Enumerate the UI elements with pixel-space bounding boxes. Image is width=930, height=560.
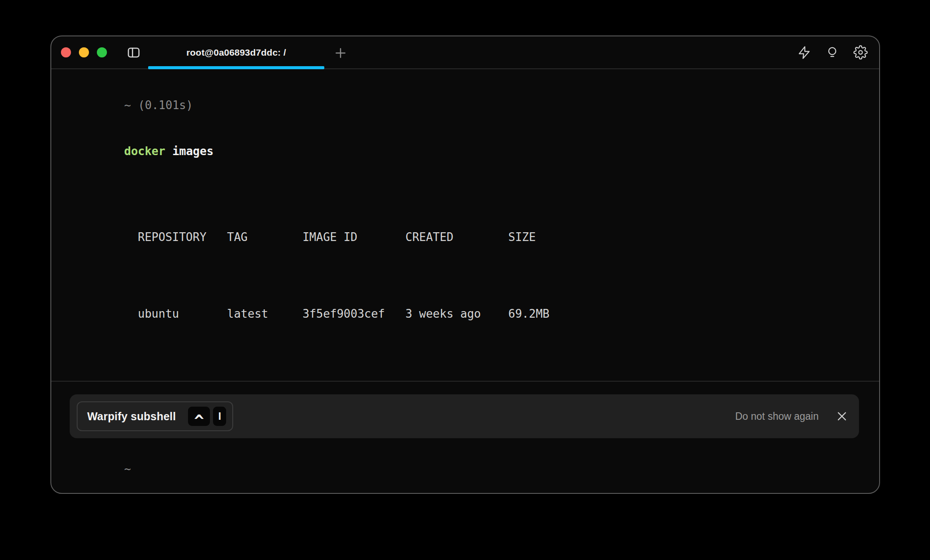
settings-button[interactable]: [853, 45, 868, 60]
header-image-id: IMAGE ID: [302, 230, 405, 245]
sidebar-toggle-button[interactable]: [127, 46, 141, 60]
terminal-window: root@0a06893d7ddc: /: [50, 35, 880, 494]
do-not-show-again-button[interactable]: Do not show again: [735, 411, 819, 422]
command-line-2: dockerrun -it ubuntu:latest/bin/bash: [69, 492, 866, 494]
header-repository: REPOSITORY: [138, 230, 227, 245]
command-block-1: ~(0.101s) dockerimages REPOSITORYTAGIMAG…: [51, 69, 879, 368]
quick-actions-button[interactable]: [797, 45, 812, 60]
block-divider: [51, 381, 879, 382]
banner-close-button[interactable]: [835, 410, 848, 423]
shortcut-keys: ^ I: [188, 407, 226, 426]
tips-button[interactable]: [825, 45, 840, 60]
cell-size: 69.2MB: [508, 306, 550, 322]
lightbulb-icon: [825, 46, 839, 60]
plus-icon: [334, 46, 347, 60]
minimize-window-button[interactable]: [79, 47, 89, 57]
zoom-window-button[interactable]: [97, 47, 107, 57]
gear-icon: [853, 45, 868, 60]
warpify-subshell-button[interactable]: Warpify subshell ^ I: [77, 401, 233, 431]
traffic-lights: [51, 47, 107, 57]
prompt-line-2: ~: [69, 446, 866, 492]
docker-images-table: REPOSITORYTAGIMAGE IDCREATEDSIZE ubuntul…: [69, 184, 866, 368]
cell-tag: latest: [227, 306, 302, 322]
tab-terminal[interactable]: root@0a06893d7ddc: /: [148, 36, 324, 68]
warpify-title: Warpify subshell: [87, 410, 176, 423]
warpify-banner: Warpify subshell ^ I Do not show again: [70, 394, 859, 438]
close-window-button[interactable]: [61, 47, 71, 57]
command-line-1: dockerimages: [69, 128, 866, 174]
header-tag: TAG: [227, 230, 302, 245]
cell-created: 3 weeks ago: [405, 306, 508, 322]
keycap-ctrl: ^: [188, 407, 210, 426]
lightning-icon: [797, 46, 811, 60]
header-created: CREATED: [405, 230, 508, 245]
command-args: images: [172, 145, 213, 158]
cell-repository: ubuntu: [138, 306, 227, 322]
table-header-row: REPOSITORYTAGIMAGE IDCREATEDSIZE: [69, 214, 866, 260]
prompt-symbol: ~: [124, 462, 131, 475]
new-tab-button[interactable]: [332, 44, 349, 62]
sidebar-icon: [127, 46, 141, 60]
close-icon: [836, 410, 848, 422]
command-name: docker: [124, 145, 165, 158]
toolbar-actions: [797, 36, 868, 68]
tab-title: root@0a06893d7ddc: /: [186, 47, 286, 58]
terminal-content: ~(0.101s) dockerimages REPOSITORYTAGIMAG…: [51, 69, 879, 494]
active-tab-indicator: [148, 66, 324, 69]
keycap-i: I: [213, 407, 226, 426]
cell-image-id: 3f5ef9003cef: [302, 306, 405, 322]
command-duration: (0.101s): [138, 99, 193, 112]
prompt-line-1: ~(0.101s): [69, 82, 866, 128]
command-block-2: ~ dockerrun -it ubuntu:latest/bin/bash r…: [51, 446, 879, 494]
banner-actions: Do not show again: [735, 410, 848, 423]
table-row: ubuntulatest3f5ef9003cef3 weeks ago69.2M…: [69, 291, 866, 337]
tab-bar: root@0a06893d7ddc: /: [51, 36, 879, 69]
prompt-symbol: ~: [124, 99, 131, 112]
header-size: SIZE: [508, 230, 536, 245]
